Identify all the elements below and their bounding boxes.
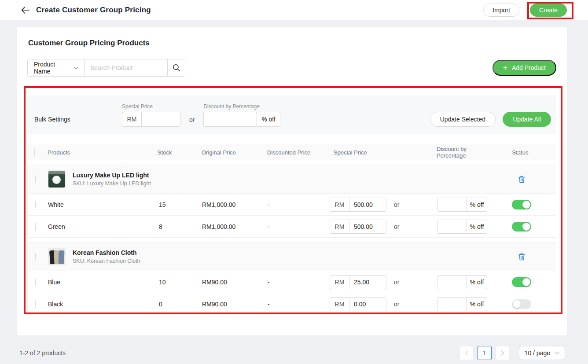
arrow-left-icon [21, 7, 29, 14]
header-discounted-price: Discounted Price [267, 149, 329, 156]
variant-stock: 0 [158, 301, 202, 308]
percent-suffix: % off [467, 220, 487, 234]
status-toggle[interactable] [512, 200, 531, 210]
chevron-right-icon [501, 350, 504, 356]
header-status: Status [512, 149, 531, 156]
variant-original-price: RM1,000.00 [202, 223, 268, 230]
search-button[interactable] [167, 59, 185, 76]
currency-prefix: RM [122, 112, 141, 127]
group-checkbox[interactable] [35, 253, 36, 261]
page-title: Create Customer Group Pricing [36, 6, 151, 15]
currency-prefix: RM [330, 220, 349, 234]
bulk-special-price-input[interactable] [141, 112, 180, 127]
import-button[interactable]: Import [483, 4, 519, 17]
pagination-prev-button[interactable] [459, 346, 474, 360]
header-original-price: Original Price [202, 149, 267, 156]
or-label: or [394, 223, 437, 230]
add-product-button[interactable]: + Add Product [492, 60, 556, 76]
product-image [48, 248, 66, 265]
update-selected-button[interactable]: Update Selected [430, 112, 496, 127]
header-stock: Stock [158, 149, 202, 156]
percent-suffix: % off [467, 297, 487, 311]
or-label: or [394, 279, 437, 286]
product-group: Korean Fashion Cloth SKU: Korean Fashion… [27, 242, 556, 315]
currency-prefix: RM [330, 275, 349, 289]
variant-discounted-price: - [268, 223, 330, 230]
bulk-discount-label: Discount by Percentage [203, 103, 280, 110]
or-label: or [394, 201, 437, 208]
bulk-discount-input[interactable] [203, 112, 257, 127]
product-sku: SKU: Luxury Make Up LED light [73, 180, 151, 187]
variant-stock: 15 [158, 201, 202, 208]
search-icon [173, 64, 180, 72]
currency-prefix: RM [330, 297, 349, 311]
variant-row: Green 8 RM1,000.00 - RM or % off [28, 215, 556, 237]
select-all-checkbox[interactable] [34, 149, 35, 156]
discount-percent-input[interactable] [437, 198, 467, 212]
discount-percent-input[interactable] [437, 297, 467, 311]
variant-stock: 8 [158, 223, 202, 230]
table-header-row: Products Stock Original Price Discounted… [27, 144, 556, 160]
variant-checkbox[interactable] [35, 201, 36, 209]
variant-name: White [48, 201, 158, 208]
variant-checkbox[interactable] [35, 278, 36, 286]
create-button[interactable]: Create [530, 4, 567, 17]
delete-product-button[interactable] [518, 176, 525, 183]
discount-percent-input[interactable] [437, 275, 467, 289]
bulk-or-label: or [189, 116, 195, 127]
variant-original-price: RM90.00 [202, 301, 268, 308]
product-image [48, 170, 66, 188]
variant-checkbox[interactable] [35, 300, 36, 308]
add-product-label: Add Product [512, 64, 546, 71]
footer: 1-2 of 2 products 1 10 / page [17, 346, 567, 360]
search-input[interactable] [85, 59, 167, 76]
special-price-input[interactable] [349, 275, 386, 289]
status-toggle[interactable] [512, 299, 531, 309]
group-checkbox[interactable] [35, 175, 36, 183]
product-search-control: Product Name [27, 59, 185, 77]
product-sku: SKU: Korean Fashion Cloth [73, 258, 140, 264]
product-group: Luxury Make Up LED light SKU: Luxury Mak… [27, 165, 556, 238]
special-price-input[interactable] [349, 198, 386, 212]
percent-suffix: % off [467, 198, 487, 212]
variant-discounted-price: - [268, 201, 330, 208]
product-name: Korean Fashion Cloth [73, 249, 140, 256]
card-heading: Customer Group Pricing Products [28, 39, 556, 48]
trash-icon [518, 253, 525, 261]
update-all-button[interactable]: Update All [503, 112, 551, 127]
special-price-input[interactable] [349, 297, 386, 311]
trash-icon [518, 176, 525, 183]
chevron-down-icon [555, 352, 559, 355]
special-price-input[interactable] [349, 220, 386, 234]
bulk-special-price-label: Special Price [122, 103, 180, 110]
search-filter-label: Product Name [34, 61, 70, 75]
variant-checkbox[interactable] [35, 223, 36, 231]
header-special-price: Special Price [329, 149, 393, 156]
or-label: or [394, 301, 437, 308]
search-filter-dropdown[interactable]: Product Name [28, 59, 85, 76]
page-size-select[interactable]: 10 / page [519, 346, 565, 360]
status-toggle[interactable] [512, 277, 531, 287]
product-group-header: Korean Fashion Cloth SKU: Korean Fashion… [28, 243, 556, 271]
variant-discounted-price: - [268, 301, 330, 308]
delete-product-button[interactable] [518, 253, 525, 261]
pagination-next-button[interactable] [496, 346, 510, 360]
variant-row: White 15 RM1,000.00 - RM or % off [28, 193, 556, 215]
back-button[interactable] [19, 4, 31, 16]
bulk-settings-panel: Bulk Settings Special Price RM or Discou… [27, 95, 556, 134]
pricing-card: Customer Group Pricing Products Product … [17, 27, 567, 335]
variant-name: Green [48, 223, 158, 230]
top-bar: Create Customer Group Pricing Import Cre… [0, 0, 588, 20]
percent-suffix: % off [257, 112, 280, 127]
variant-row: Blue 10 RM90.00 - RM or % off [28, 271, 556, 293]
discount-percent-input[interactable] [437, 220, 467, 234]
plus-icon: + [503, 63, 507, 72]
variant-stock: 10 [158, 279, 202, 286]
product-name: Luxury Make Up LED light [73, 172, 151, 179]
status-toggle[interactable] [512, 222, 531, 232]
variant-name: Black [48, 301, 158, 308]
variant-original-price: RM90.00 [202, 279, 268, 286]
results-summary: 1-2 of 2 products [19, 349, 66, 357]
pagination-page-1[interactable]: 1 [478, 346, 492, 360]
variant-row: Black 0 RM90.00 - RM or % off [28, 293, 556, 315]
